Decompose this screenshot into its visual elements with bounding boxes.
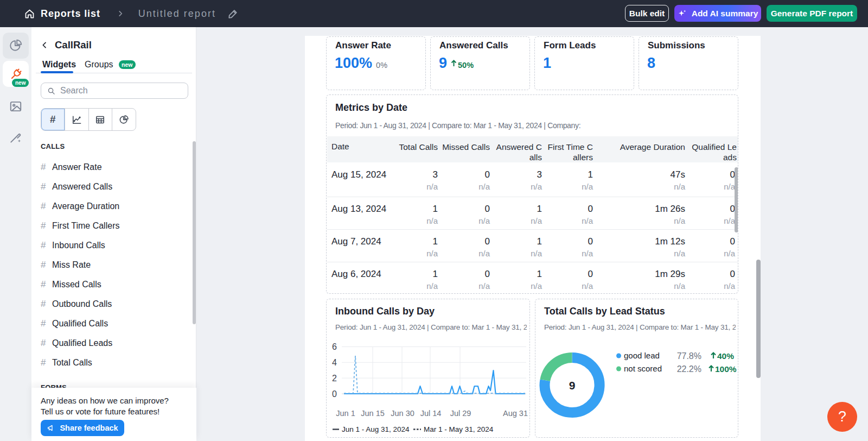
svg-text:not scored: not scored <box>624 364 662 373</box>
svg-text:good lead: good lead <box>624 351 660 360</box>
svg-text:Aug 31: Aug 31 <box>503 409 528 418</box>
svg-text:Jul 14: Jul 14 <box>420 409 442 418</box>
svg-text:Mar 1 - May 31, 2024: Mar 1 - May 31, 2024 <box>424 425 494 433</box>
svg-text:4: 4 <box>332 358 337 367</box>
svg-text:40%: 40% <box>717 351 734 361</box>
svg-text:Jun 30: Jun 30 <box>391 409 414 418</box>
svg-text:Jun 15: Jun 15 <box>361 409 385 418</box>
svg-text:6: 6 <box>332 342 337 351</box>
svg-text:9: 9 <box>569 379 576 392</box>
svg-text:2: 2 <box>332 374 337 383</box>
svg-text:Jun 1: Jun 1 <box>336 409 355 418</box>
svg-text:100%: 100% <box>715 364 737 374</box>
svg-text:Jul 29: Jul 29 <box>450 409 471 418</box>
svg-text:Jun 1 - Aug 31, 2024: Jun 1 - Aug 31, 2024 <box>342 425 410 433</box>
svg-text:22.2%: 22.2% <box>677 364 701 374</box>
svg-text:0: 0 <box>332 389 337 399</box>
svg-text:77.8%: 77.8% <box>677 351 701 361</box>
